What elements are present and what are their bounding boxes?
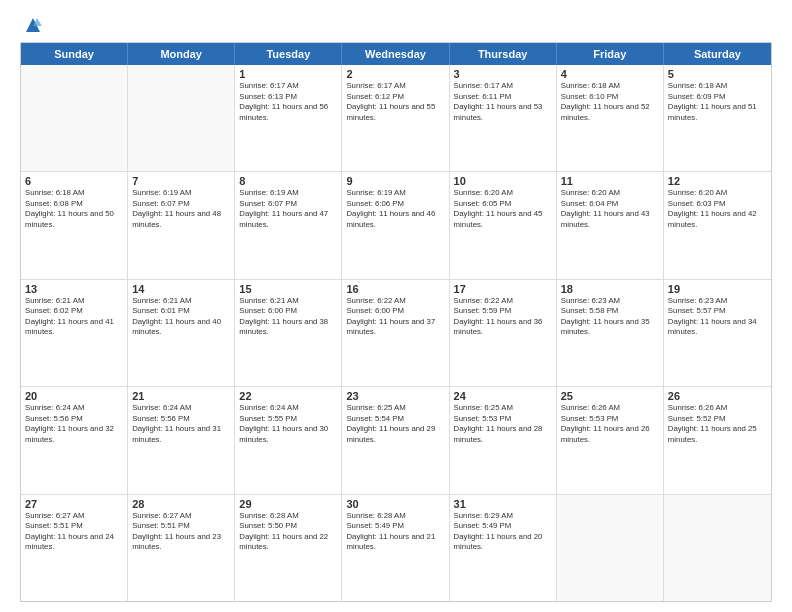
day-info: Sunrise: 6:20 AM Sunset: 6:03 PM Dayligh…	[668, 188, 767, 230]
day-number: 10	[454, 175, 552, 187]
day-cell-6: 6Sunrise: 6:18 AM Sunset: 6:08 PM Daylig…	[21, 172, 128, 278]
day-info: Sunrise: 6:23 AM Sunset: 5:57 PM Dayligh…	[668, 296, 767, 338]
day-cell-25: 25Sunrise: 6:26 AM Sunset: 5:53 PM Dayli…	[557, 387, 664, 493]
day-info: Sunrise: 6:21 AM Sunset: 6:00 PM Dayligh…	[239, 296, 337, 338]
day-cell-24: 24Sunrise: 6:25 AM Sunset: 5:53 PM Dayli…	[450, 387, 557, 493]
day-number: 25	[561, 390, 659, 402]
day-cell-7: 7Sunrise: 6:19 AM Sunset: 6:07 PM Daylig…	[128, 172, 235, 278]
day-cell-3: 3Sunrise: 6:17 AM Sunset: 6:11 PM Daylig…	[450, 65, 557, 171]
day-info: Sunrise: 6:21 AM Sunset: 6:01 PM Dayligh…	[132, 296, 230, 338]
day-cell-17: 17Sunrise: 6:22 AM Sunset: 5:59 PM Dayli…	[450, 280, 557, 386]
page: SundayMondayTuesdayWednesdayThursdayFrid…	[0, 0, 792, 612]
header-day-wednesday: Wednesday	[342, 43, 449, 65]
day-number: 29	[239, 498, 337, 510]
day-cell-22: 22Sunrise: 6:24 AM Sunset: 5:55 PM Dayli…	[235, 387, 342, 493]
day-number: 15	[239, 283, 337, 295]
day-number: 28	[132, 498, 230, 510]
day-info: Sunrise: 6:18 AM Sunset: 6:08 PM Dayligh…	[25, 188, 123, 230]
calendar-row-3: 13Sunrise: 6:21 AM Sunset: 6:02 PM Dayli…	[21, 280, 771, 387]
day-number: 9	[346, 175, 444, 187]
day-cell-28: 28Sunrise: 6:27 AM Sunset: 5:51 PM Dayli…	[128, 495, 235, 601]
header-day-sunday: Sunday	[21, 43, 128, 65]
day-cell-20: 20Sunrise: 6:24 AM Sunset: 5:56 PM Dayli…	[21, 387, 128, 493]
day-number: 2	[346, 68, 444, 80]
day-number: 26	[668, 390, 767, 402]
day-number: 30	[346, 498, 444, 510]
day-cell-8: 8Sunrise: 6:19 AM Sunset: 6:07 PM Daylig…	[235, 172, 342, 278]
day-cell-14: 14Sunrise: 6:21 AM Sunset: 6:01 PM Dayli…	[128, 280, 235, 386]
calendar: SundayMondayTuesdayWednesdayThursdayFrid…	[20, 42, 772, 602]
day-number: 18	[561, 283, 659, 295]
day-info: Sunrise: 6:17 AM Sunset: 6:13 PM Dayligh…	[239, 81, 337, 123]
day-info: Sunrise: 6:28 AM Sunset: 5:50 PM Dayligh…	[239, 511, 337, 553]
day-cell-9: 9Sunrise: 6:19 AM Sunset: 6:06 PM Daylig…	[342, 172, 449, 278]
day-info: Sunrise: 6:25 AM Sunset: 5:54 PM Dayligh…	[346, 403, 444, 445]
calendar-body: 1Sunrise: 6:17 AM Sunset: 6:13 PM Daylig…	[21, 65, 771, 601]
day-info: Sunrise: 6:24 AM Sunset: 5:56 PM Dayligh…	[132, 403, 230, 445]
day-number: 12	[668, 175, 767, 187]
day-info: Sunrise: 6:19 AM Sunset: 6:06 PM Dayligh…	[346, 188, 444, 230]
day-number: 16	[346, 283, 444, 295]
day-info: Sunrise: 6:24 AM Sunset: 5:55 PM Dayligh…	[239, 403, 337, 445]
day-number: 19	[668, 283, 767, 295]
day-cell-19: 19Sunrise: 6:23 AM Sunset: 5:57 PM Dayli…	[664, 280, 771, 386]
day-cell-12: 12Sunrise: 6:20 AM Sunset: 6:03 PM Dayli…	[664, 172, 771, 278]
day-cell-31: 31Sunrise: 6:29 AM Sunset: 5:49 PM Dayli…	[450, 495, 557, 601]
day-number: 6	[25, 175, 123, 187]
empty-cell	[21, 65, 128, 171]
day-number: 8	[239, 175, 337, 187]
day-cell-1: 1Sunrise: 6:17 AM Sunset: 6:13 PM Daylig…	[235, 65, 342, 171]
day-number: 13	[25, 283, 123, 295]
day-cell-27: 27Sunrise: 6:27 AM Sunset: 5:51 PM Dayli…	[21, 495, 128, 601]
day-number: 20	[25, 390, 123, 402]
day-number: 21	[132, 390, 230, 402]
day-cell-10: 10Sunrise: 6:20 AM Sunset: 6:05 PM Dayli…	[450, 172, 557, 278]
day-number: 17	[454, 283, 552, 295]
calendar-header: SundayMondayTuesdayWednesdayThursdayFrid…	[21, 43, 771, 65]
empty-cell	[128, 65, 235, 171]
day-info: Sunrise: 6:20 AM Sunset: 6:04 PM Dayligh…	[561, 188, 659, 230]
header-day-thursday: Thursday	[450, 43, 557, 65]
day-cell-13: 13Sunrise: 6:21 AM Sunset: 6:02 PM Dayli…	[21, 280, 128, 386]
calendar-row-2: 6Sunrise: 6:18 AM Sunset: 6:08 PM Daylig…	[21, 172, 771, 279]
day-number: 1	[239, 68, 337, 80]
day-cell-15: 15Sunrise: 6:21 AM Sunset: 6:00 PM Dayli…	[235, 280, 342, 386]
day-info: Sunrise: 6:24 AM Sunset: 5:56 PM Dayligh…	[25, 403, 123, 445]
day-cell-5: 5Sunrise: 6:18 AM Sunset: 6:09 PM Daylig…	[664, 65, 771, 171]
day-number: 23	[346, 390, 444, 402]
day-info: Sunrise: 6:26 AM Sunset: 5:53 PM Dayligh…	[561, 403, 659, 445]
day-info: Sunrise: 6:20 AM Sunset: 6:05 PM Dayligh…	[454, 188, 552, 230]
day-info: Sunrise: 6:27 AM Sunset: 5:51 PM Dayligh…	[25, 511, 123, 553]
day-info: Sunrise: 6:26 AM Sunset: 5:52 PM Dayligh…	[668, 403, 767, 445]
day-info: Sunrise: 6:18 AM Sunset: 6:09 PM Dayligh…	[668, 81, 767, 123]
day-cell-30: 30Sunrise: 6:28 AM Sunset: 5:49 PM Dayli…	[342, 495, 449, 601]
day-info: Sunrise: 6:22 AM Sunset: 6:00 PM Dayligh…	[346, 296, 444, 338]
day-info: Sunrise: 6:29 AM Sunset: 5:49 PM Dayligh…	[454, 511, 552, 553]
day-info: Sunrise: 6:28 AM Sunset: 5:49 PM Dayligh…	[346, 511, 444, 553]
empty-cell	[664, 495, 771, 601]
day-info: Sunrise: 6:17 AM Sunset: 6:11 PM Dayligh…	[454, 81, 552, 123]
header	[20, 16, 772, 34]
day-cell-11: 11Sunrise: 6:20 AM Sunset: 6:04 PM Dayli…	[557, 172, 664, 278]
day-info: Sunrise: 6:19 AM Sunset: 6:07 PM Dayligh…	[239, 188, 337, 230]
header-day-friday: Friday	[557, 43, 664, 65]
day-cell-2: 2Sunrise: 6:17 AM Sunset: 6:12 PM Daylig…	[342, 65, 449, 171]
day-cell-26: 26Sunrise: 6:26 AM Sunset: 5:52 PM Dayli…	[664, 387, 771, 493]
day-info: Sunrise: 6:23 AM Sunset: 5:58 PM Dayligh…	[561, 296, 659, 338]
day-number: 5	[668, 68, 767, 80]
day-number: 3	[454, 68, 552, 80]
day-cell-16: 16Sunrise: 6:22 AM Sunset: 6:00 PM Dayli…	[342, 280, 449, 386]
day-number: 14	[132, 283, 230, 295]
logo	[20, 16, 42, 34]
day-cell-18: 18Sunrise: 6:23 AM Sunset: 5:58 PM Dayli…	[557, 280, 664, 386]
header-day-tuesday: Tuesday	[235, 43, 342, 65]
day-info: Sunrise: 6:25 AM Sunset: 5:53 PM Dayligh…	[454, 403, 552, 445]
header-day-monday: Monday	[128, 43, 235, 65]
day-cell-4: 4Sunrise: 6:18 AM Sunset: 6:10 PM Daylig…	[557, 65, 664, 171]
day-info: Sunrise: 6:19 AM Sunset: 6:07 PM Dayligh…	[132, 188, 230, 230]
header-day-saturday: Saturday	[664, 43, 771, 65]
day-number: 4	[561, 68, 659, 80]
day-number: 27	[25, 498, 123, 510]
empty-cell	[557, 495, 664, 601]
calendar-row-1: 1Sunrise: 6:17 AM Sunset: 6:13 PM Daylig…	[21, 65, 771, 172]
